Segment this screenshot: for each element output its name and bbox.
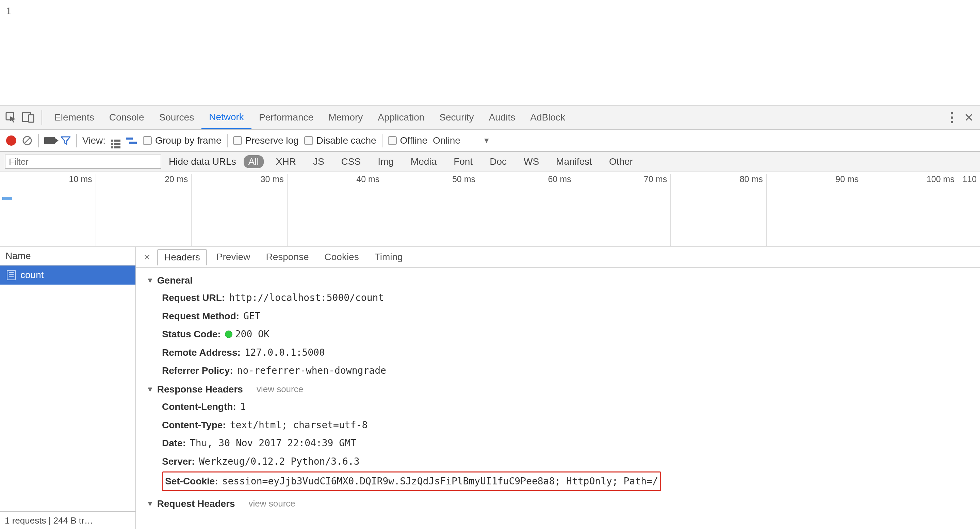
separator (382, 134, 382, 147)
tab-console[interactable]: Console (102, 105, 152, 129)
separator (227, 134, 228, 147)
label-date: Date: (162, 435, 186, 451)
separator (76, 134, 77, 147)
detail-tab-preview[interactable]: Preview (210, 250, 256, 264)
timeline-tick: 70 ms (575, 174, 671, 246)
device-toggle-icon[interactable] (20, 109, 37, 126)
timeline-tick: 50 ms (383, 174, 479, 246)
filter-icon[interactable] (60, 135, 71, 146)
view-waterfall-icon[interactable] (126, 136, 137, 145)
timeline-overview[interactable]: 10 ms 20 ms 30 ms 40 ms 50 ms 60 ms 70 m… (0, 172, 980, 247)
detail-tab-headers[interactable]: Headers (157, 249, 207, 266)
value-content-length: 1 (240, 398, 246, 415)
section-request-headers[interactable]: ▼ Request Headers view source (146, 498, 970, 509)
label-content-type: Content-Type: (162, 417, 226, 433)
tab-application[interactable]: Application (370, 105, 432, 129)
document-icon (7, 270, 16, 280)
status-dot-icon (225, 331, 232, 338)
detail-tab-cookies[interactable]: Cookies (318, 250, 365, 264)
preserve-log-label: Preserve log (245, 135, 299, 146)
request-list-pane: Name count 1 requests | 244 B tr… (0, 247, 136, 529)
filter-type-doc[interactable]: Doc (485, 155, 511, 168)
value-status-code: 200 OK (225, 326, 269, 343)
network-content: Name count 1 requests | 244 B tr… × Head… (0, 247, 980, 529)
close-devtools-icon[interactable]: ✕ (960, 109, 977, 126)
filter-type-css[interactable]: CSS (337, 155, 366, 168)
more-icon[interactable] (943, 109, 960, 126)
highlighted-set-cookie-row: Set-Cookie:session=eyJjb3VudCI6MX0.DQIR9… (162, 472, 661, 491)
timeline-tick: 20 ms (96, 174, 192, 246)
filter-type-js[interactable]: JS (308, 155, 329, 168)
throttling-select[interactable]: Online (433, 135, 460, 146)
tab-network[interactable]: Network (202, 105, 251, 129)
view-source-link[interactable]: view source (256, 384, 303, 395)
request-list-header-name[interactable]: Name (0, 247, 135, 266)
tab-audits[interactable]: Audits (481, 105, 523, 129)
svg-line-4 (24, 137, 30, 143)
label-server: Server: (162, 453, 195, 470)
filter-type-media[interactable]: Media (406, 155, 441, 168)
tab-memory[interactable]: Memory (321, 105, 370, 129)
close-detail-icon[interactable]: × (140, 251, 154, 263)
tab-performance[interactable]: Performance (251, 105, 321, 129)
record-button[interactable] (6, 135, 16, 146)
timeline-tick: 80 ms (671, 174, 767, 246)
filter-type-other[interactable]: Other (605, 155, 638, 168)
label-remote-address: Remote Address: (162, 344, 240, 361)
label-request-url: Request URL: (162, 290, 225, 306)
detail-tab-timing[interactable]: Timing (369, 250, 409, 264)
timeline-tick: 40 ms (288, 174, 383, 246)
value-referrer-policy: no-referrer-when-downgrade (237, 363, 386, 379)
request-row-count[interactable]: count (0, 266, 135, 285)
disclosure-triangle-icon: ▼ (146, 499, 154, 508)
svg-rect-2 (29, 115, 34, 122)
camera-icon[interactable] (44, 137, 55, 144)
chevron-down-icon[interactable]: ▼ (483, 136, 490, 145)
value-date: Thu, 30 Nov 2017 22:04:39 GMT (190, 435, 356, 451)
filter-type-manifest[interactable]: Manifest (551, 155, 597, 168)
section-general[interactable]: ▼ General (146, 275, 970, 286)
view-source-link[interactable]: view source (249, 498, 295, 509)
filter-type-font[interactable]: Font (449, 155, 477, 168)
tab-sources[interactable]: Sources (151, 105, 202, 129)
request-name: count (21, 269, 44, 280)
filter-type-all[interactable]: All (243, 155, 264, 168)
filter-type-img[interactable]: Img (373, 155, 398, 168)
value-remote-address: 127.0.0.1:5000 (245, 344, 325, 361)
filter-input[interactable] (5, 155, 161, 169)
value-content-type: text/html; charset=utf-8 (230, 417, 368, 433)
separator (38, 134, 39, 147)
view-large-icon[interactable] (111, 133, 121, 148)
page-body-text: 1 (0, 0, 980, 21)
timeline-tick: 60 ms (479, 174, 575, 246)
value-server: Werkzeug/0.12.2 Python/3.6.3 (199, 453, 360, 470)
tab-elements[interactable]: Elements (47, 105, 102, 129)
value-request-url: http://localhost:5000/count (229, 290, 384, 306)
label-set-cookie: Set-Cookie: (165, 473, 218, 489)
disable-cache-label: Disable cache (317, 135, 376, 146)
offline-checkbox[interactable]: Offline (388, 135, 427, 146)
detail-tab-response[interactable]: Response (259, 250, 315, 264)
section-response-headers[interactable]: ▼ Response Headers view source (146, 384, 970, 395)
value-set-cookie: session=eyJjb3VudCI6MX0.DQIR9w.SJzQdJsFi… (222, 473, 658, 489)
group-by-frame-label: Group by frame (155, 135, 221, 146)
section-general-title: General (157, 275, 192, 286)
group-by-frame-checkbox[interactable]: Group by frame (143, 135, 221, 146)
timeline-tick: 10 ms (0, 174, 96, 246)
tab-adblock[interactable]: AdBlock (523, 105, 573, 129)
request-detail-pane: × Headers Preview Response Cookies Timin… (136, 247, 980, 529)
separator (41, 110, 42, 125)
preserve-log-checkbox[interactable]: Preserve log (233, 135, 299, 146)
timeline-tick: 30 ms (192, 174, 288, 246)
timeline-tick: 90 ms (767, 174, 862, 246)
disable-cache-checkbox[interactable]: Disable cache (304, 135, 376, 146)
view-label: View: (82, 135, 105, 146)
detail-body: ▼ General Request URL:http://localhost:5… (136, 268, 980, 529)
hide-data-urls-checkbox[interactable]: Hide data URLs (169, 156, 236, 167)
filter-type-ws[interactable]: WS (519, 155, 544, 168)
devtools-panel: Elements Console Sources Network Perform… (0, 105, 980, 529)
inspect-icon[interactable] (3, 109, 20, 126)
tab-security[interactable]: Security (432, 105, 481, 129)
clear-icon[interactable] (22, 135, 33, 146)
filter-type-xhr[interactable]: XHR (271, 155, 301, 168)
